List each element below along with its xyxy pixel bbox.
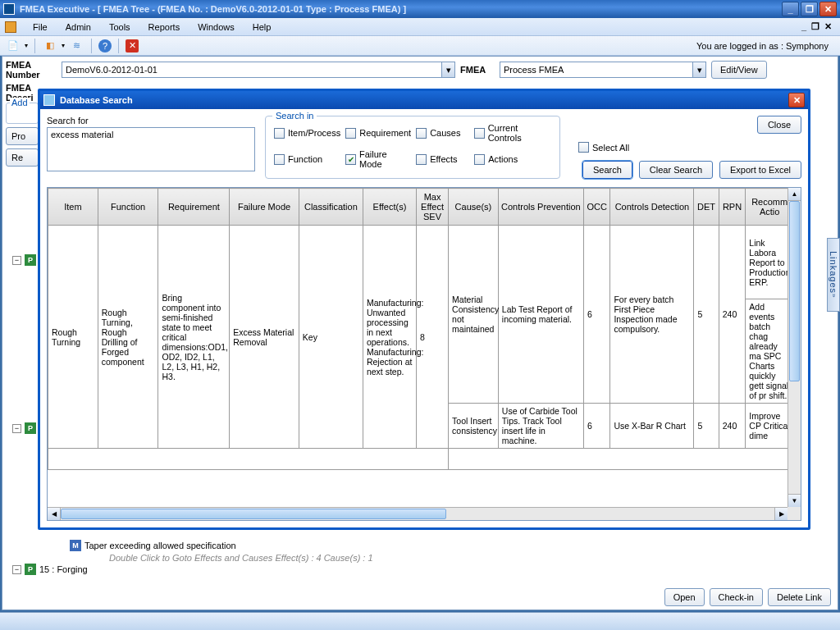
chk-causes[interactable]: Causes	[416, 123, 469, 143]
cell-rec: Link Labora Report to Production ERP.	[746, 226, 794, 299]
col-rpn[interactable]: RPN	[719, 189, 746, 226]
col-effects[interactable]: Effect(s)	[363, 189, 416, 226]
fmea-type-dropdown[interactable]: Process FMEA ▾	[500, 62, 706, 78]
grid-row[interactable]	[48, 449, 794, 470]
fmea-number-dropdown[interactable]: DemoV6.0-2012-01-01 ▾	[62, 62, 455, 78]
menu-admin[interactable]: Admin	[57, 21, 99, 34]
col-sev[interactable]: Max Effect SEV	[417, 189, 449, 226]
search-for-label: Search for	[47, 116, 255, 126]
scroll-thumb[interactable]	[61, 509, 446, 519]
menu-reports[interactable]: Reports	[140, 21, 189, 34]
help-icon[interactable]: ?	[98, 39, 112, 52]
scroll-up-icon[interactable]: ▲	[788, 188, 801, 201]
col-item[interactable]: Item	[48, 189, 98, 226]
dialog-titlebar[interactable]: Database Search ✕	[40, 91, 808, 109]
delete-link-button[interactable]: Delete Link	[768, 588, 831, 606]
menu-file[interactable]: File	[25, 21, 56, 34]
grid-row[interactable]: Rough Turning Rough Turning, Rough Drill…	[48, 226, 794, 299]
maximize-button[interactable]: ❐	[801, 2, 818, 16]
dialog-icon	[43, 94, 55, 106]
chk-failure-mode[interactable]: ✔Failure Mode	[345, 149, 411, 169]
chk-select-all[interactable]: Select All	[578, 142, 629, 153]
clear-search-button[interactable]: Clear Search	[639, 161, 713, 179]
scroll-left-icon[interactable]: ◀	[48, 508, 61, 520]
cell-detctrl: For every batch First Piece Inspection m…	[610, 226, 694, 404]
tree-item-label[interactable]: 15 : Forging	[39, 564, 88, 574]
cell-occ: 6	[583, 226, 610, 404]
fmea-type-label: FMEA	[460, 65, 495, 75]
side-panel: Add Pro Re	[6, 103, 39, 170]
mdi-close-icon[interactable]: ✕	[824, 21, 832, 32]
dropdown-arrow-icon[interactable]: ▾	[441, 62, 454, 77]
cell-prev: Lab Test Report of incoming material.	[498, 226, 583, 404]
col-occ[interactable]: OCC	[583, 189, 610, 226]
main-titlebar: FMEA Executive - [ FMEA Tree - (FMEA No.…	[0, 0, 840, 18]
col-failure-mode[interactable]: Failure Mode	[230, 189, 299, 226]
process-button-fragment[interactable]: Pro	[6, 127, 39, 145]
cell-function: Rough Turning, Rough Drilling of Forged …	[98, 226, 158, 449]
tree-collapse-icon[interactable]: −	[12, 424, 21, 433]
scroll-thumb[interactable]	[789, 201, 800, 381]
mdi-minimize-icon[interactable]: _	[801, 21, 806, 32]
cell-effects: Manufacturing: Unwanted processing in ne…	[363, 226, 416, 449]
tree-collapse-icon[interactable]: −	[12, 565, 21, 574]
scroll-corner	[788, 507, 801, 520]
checkin-button[interactable]: Check-in	[710, 588, 763, 606]
cell-prev: Use of Carbide Tool Tips. Track Tool ins…	[498, 404, 583, 449]
search-input[interactable]	[47, 127, 255, 171]
minimize-button[interactable]: _	[782, 2, 799, 16]
close-button[interactable]: ✕	[819, 2, 837, 16]
linkages-tab[interactable]: Linkages»	[827, 238, 840, 312]
edit-view-button[interactable]: Edit/View	[711, 61, 767, 79]
search-in-legend: Search in	[272, 111, 317, 121]
chk-current-controls[interactable]: Current Controls	[474, 123, 551, 143]
export-excel-button[interactable]: Export to Excel	[719, 161, 801, 179]
scroll-right-icon[interactable]: ▶	[774, 508, 788, 520]
col-classification[interactable]: Classification	[299, 189, 363, 226]
new-document-icon[interactable]: 📄	[5, 38, 21, 54]
tree-item-label[interactable]: Taper exceeding allowed specification	[84, 541, 236, 550]
mdi-restore-icon[interactable]: ❐	[811, 21, 819, 32]
horizontal-scrollbar[interactable]: ◀ ▶	[48, 507, 788, 520]
search-button[interactable]: Search	[582, 161, 632, 179]
cell-cause: Tool Insert consistency	[449, 404, 499, 449]
exit-icon[interactable]: ✕	[126, 39, 139, 52]
col-detection[interactable]: Controls Detection	[610, 189, 694, 226]
col-prevention[interactable]: Controls Prevention	[498, 189, 583, 226]
chk-item-process[interactable]: Item/Process	[274, 123, 340, 143]
chk-requirement[interactable]: Requirement	[345, 123, 411, 143]
vertical-scrollbar[interactable]: ▲ ▼	[788, 188, 801, 507]
database-search-dialog: Database Search ✕ Search for Search in I…	[38, 89, 810, 530]
search-in-group: Search in Item/Process Requirement Cause…	[265, 116, 560, 179]
chk-actions[interactable]: Actions	[474, 149, 551, 169]
col-causes[interactable]: Cause(s)	[449, 189, 499, 226]
grid-header-row: Item Function Requirement Failure Mode C…	[48, 189, 794, 226]
chk-function[interactable]: Function	[274, 149, 340, 169]
cell-cause: Material Consistency not maintained	[449, 226, 499, 404]
layers-icon[interactable]: ≋	[68, 38, 84, 54]
cell-detctrl: Use X-Bar R Chart	[610, 404, 694, 449]
col-requirement[interactable]: Requirement	[158, 189, 230, 226]
menu-tools[interactable]: Tools	[101, 21, 139, 34]
chk-effects[interactable]: Effects	[416, 149, 469, 169]
results-grid[interactable]: Item Function Requirement Failure Mode C…	[47, 187, 801, 521]
process-badge-icon: P	[25, 254, 36, 266]
orange-cube-icon[interactable]: ◧	[42, 38, 58, 54]
app-icon	[3, 3, 15, 15]
requirement-button-fragment[interactable]: Re	[6, 148, 39, 167]
scroll-down-icon[interactable]: ▼	[788, 494, 801, 507]
tree-collapse-icon[interactable]: −	[12, 256, 21, 265]
open-button[interactable]: Open	[664, 588, 705, 606]
dropdown-arrow-icon[interactable]: ▾	[692, 62, 705, 77]
col-function[interactable]: Function	[98, 189, 158, 226]
cell-rec: Improve CP Critical dime	[746, 404, 794, 449]
col-recommended[interactable]: Recomm Actio	[746, 189, 794, 226]
menu-windows[interactable]: Windows	[189, 21, 243, 34]
dialog-close-btn[interactable]: Close	[757, 116, 801, 134]
menu-help[interactable]: Help	[244, 21, 280, 34]
dialog-title: Database Search	[60, 95, 788, 105]
cell-rpn: 240	[719, 226, 746, 404]
cell-failure: Excess Material Removal	[230, 226, 299, 449]
col-det[interactable]: DET	[694, 189, 719, 226]
dialog-close-button[interactable]: ✕	[788, 93, 805, 107]
